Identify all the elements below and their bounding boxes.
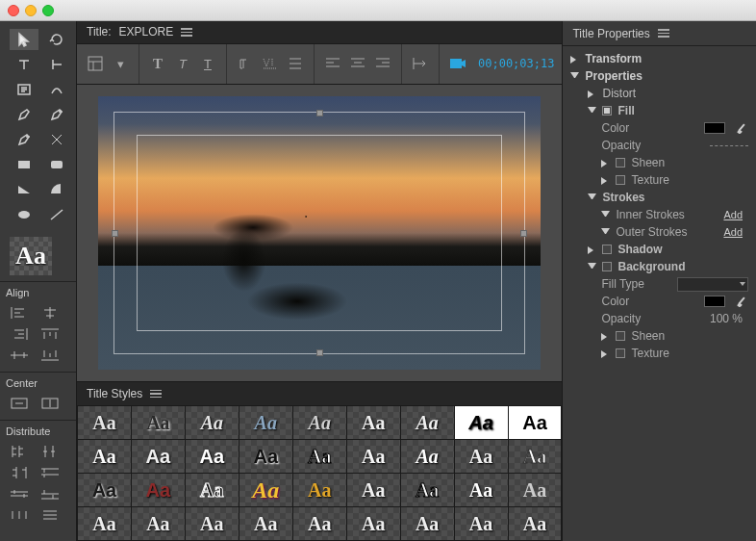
style-swatch[interactable]: Aa	[239, 507, 292, 540]
align-vcenter-icon[interactable]	[6, 347, 33, 364]
handle-left-icon[interactable]	[112, 230, 118, 237]
sheen-checkbox[interactable]	[616, 158, 625, 167]
bg-eyedropper-icon[interactable]	[735, 295, 748, 308]
align-left-text-icon[interactable]	[322, 53, 343, 74]
expand-outer-strokes-icon[interactable]	[601, 228, 610, 237]
style-swatch[interactable]: Aa	[401, 474, 454, 506]
style-swatch[interactable]: Aa	[347, 507, 400, 540]
zoom-window-icon[interactable]	[42, 5, 54, 16]
style-swatch[interactable]: Aa	[293, 474, 346, 506]
leading-icon[interactable]	[285, 53, 306, 74]
expand-transform-icon[interactable]	[570, 55, 579, 64]
expand-inner-strokes-icon[interactable]	[601, 211, 610, 219]
style-swatch[interactable]: Aa	[455, 474, 508, 506]
bg-texture-checkbox[interactable]	[616, 348, 625, 358]
style-swatch[interactable]: Aa	[455, 507, 508, 540]
style-swatch[interactable]: Aa	[78, 406, 131, 439]
style-swatch[interactable]: Aa	[347, 406, 400, 439]
handle-right-icon[interactable]	[520, 230, 527, 237]
panel-menu-icon[interactable]	[181, 28, 192, 37]
distribute-left-icon[interactable]	[6, 443, 33, 460]
expand-bg-texture-icon[interactable]	[601, 349, 610, 358]
rotate-tool-icon[interactable]	[42, 29, 71, 50]
type-tool-icon[interactable]	[10, 54, 38, 75]
style-swatch[interactable]: Aa	[186, 507, 239, 540]
expand-fill-icon[interactable]	[588, 107, 596, 116]
expand-background-icon[interactable]	[588, 263, 596, 271]
align-hcenter-icon[interactable]	[37, 304, 63, 322]
expand-texture-icon[interactable]	[601, 176, 610, 185]
style-swatch[interactable]: Aa	[293, 406, 346, 439]
style-swatch[interactable]: Aa	[509, 406, 562, 439]
style-swatch[interactable]: Aa	[401, 406, 454, 439]
arc-tool-icon[interactable]	[42, 179, 71, 200]
vertical-type-tool-icon[interactable]	[42, 54, 71, 75]
font-underline-icon[interactable]: T	[197, 53, 218, 74]
kerning-icon[interactable]	[260, 53, 281, 74]
properties-menu-icon[interactable]	[658, 29, 669, 38]
title-canvas[interactable]	[98, 96, 541, 370]
fill-checkbox[interactable]	[602, 106, 612, 116]
style-swatch[interactable]: Aa	[186, 474, 239, 506]
path-type-tool-icon[interactable]	[42, 79, 71, 100]
template-menu-icon[interactable]: ▾	[110, 53, 131, 74]
expand-properties-icon[interactable]	[570, 72, 579, 81]
background-checkbox[interactable]	[602, 262, 612, 271]
wedge-tool-icon[interactable]	[10, 179, 38, 200]
templates-button-icon[interactable]	[85, 53, 106, 74]
font-bold-icon[interactable]: T	[147, 53, 168, 74]
eyedropper-icon[interactable]	[735, 121, 748, 135]
style-swatch[interactable]: Aa	[78, 474, 131, 506]
distribute-vspace-icon[interactable]	[37, 506, 63, 524]
align-top-icon[interactable]	[37, 325, 63, 343]
bg-sheen-checkbox[interactable]	[616, 331, 625, 341]
style-swatch[interactable]: Aa	[455, 440, 508, 473]
style-swatch[interactable]: Aa	[239, 440, 292, 473]
distribute-hspace-icon[interactable]	[6, 506, 33, 524]
bg-color-swatch[interactable]	[704, 296, 725, 307]
add-inner-stroke-button[interactable]: Add	[723, 209, 748, 220]
expand-shadow-icon[interactable]	[588, 245, 596, 254]
line-tool-icon[interactable]	[42, 204, 71, 225]
distribute-vcenter-icon[interactable]	[6, 485, 33, 502]
style-swatch[interactable]: Aa	[455, 406, 508, 439]
style-swatch[interactable]: Aa	[239, 474, 292, 506]
expand-distort-icon[interactable]	[588, 90, 596, 98]
timecode-display[interactable]: 00;00;03;13	[478, 57, 554, 70]
expand-bg-sheen-icon[interactable]	[601, 332, 610, 341]
ellipse-tool-icon[interactable]	[10, 204, 38, 225]
style-swatch[interactable]: Aa	[132, 440, 185, 473]
add-outer-stroke-button[interactable]: Add	[723, 226, 748, 238]
style-swatch[interactable]: Aa	[401, 507, 454, 540]
align-bottom-icon[interactable]	[37, 347, 63, 364]
style-swatch[interactable]: Aa	[132, 474, 185, 506]
convert-anchor-tool-icon[interactable]	[42, 129, 71, 150]
rounded-rect-tool-icon[interactable]	[42, 154, 71, 175]
align-left-icon[interactable]	[6, 304, 33, 322]
style-swatch[interactable]: Aa	[401, 440, 454, 473]
style-swatch[interactable]: Aa	[78, 507, 131, 540]
distribute-right-icon[interactable]	[6, 464, 33, 481]
current-style-preview[interactable]: Aa	[10, 237, 52, 275]
fill-color-swatch[interactable]	[704, 122, 725, 134]
distribute-hcenter-icon[interactable]	[37, 443, 63, 460]
fill-type-dropdown[interactable]	[677, 277, 748, 292]
delete-anchor-tool-icon[interactable]	[10, 129, 38, 150]
expand-strokes-icon[interactable]	[588, 193, 596, 202]
center-vertical-icon[interactable]	[37, 395, 63, 412]
fill-opacity-value[interactable]	[710, 145, 748, 146]
area-type-tool-icon[interactable]	[10, 79, 38, 100]
style-swatch[interactable]: Aa	[132, 406, 185, 439]
style-swatch[interactable]: Aa	[132, 507, 185, 540]
add-anchor-tool-icon[interactable]	[42, 104, 71, 125]
align-right-text-icon[interactable]	[372, 53, 393, 74]
expand-sheen-icon[interactable]	[601, 159, 610, 167]
handle-top-icon[interactable]	[316, 110, 323, 116]
style-swatch[interactable]: Aa	[347, 440, 400, 473]
distribute-top-icon[interactable]	[37, 464, 63, 481]
close-window-icon[interactable]	[8, 5, 19, 16]
style-swatch[interactable]: Aa	[509, 507, 562, 540]
tab-stops-icon[interactable]	[410, 53, 431, 74]
style-swatch[interactable]: Aa	[509, 474, 562, 506]
shadow-checkbox[interactable]	[602, 245, 612, 254]
